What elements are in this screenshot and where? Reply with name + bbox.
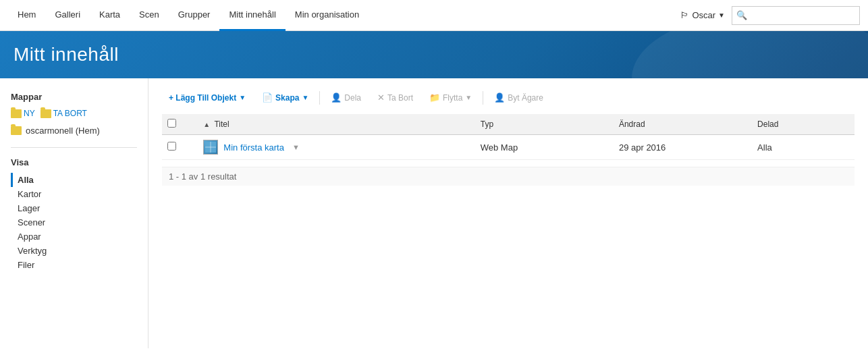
view-item-filer[interactable]: Filer (11, 258, 137, 272)
view-item-scener[interactable]: Scener (11, 215, 137, 230)
header-changed-col[interactable]: Ändrad (612, 114, 751, 135)
result-count: 1 - 1 av 1 resultat (162, 167, 855, 186)
owner-label: Byt Ägare (508, 93, 543, 103)
create-label: Skapa (275, 93, 299, 103)
header-title-col[interactable]: ▲ Titel (196, 114, 473, 135)
move-icon: 📁 (429, 92, 440, 103)
row-shared-cell: Alla (751, 135, 855, 160)
main-layout: Mappar NY TA BORT oscarmonell (Hem) Visa… (0, 78, 868, 348)
create-dropdown-icon: ▼ (302, 94, 308, 101)
row-checkbox[interactable] (167, 142, 176, 151)
nav-item-mitt-innehall[interactable]: Mitt innehåll (219, 0, 285, 31)
nav-links: Hem Galleri Karta Scen Grupper Mitt inne… (8, 0, 680, 31)
sidebar-divider (11, 147, 137, 148)
home-folder-item[interactable]: oscarmonell (Hem) (11, 124, 137, 138)
move-label: Flytta (443, 93, 462, 103)
owner-icon: 👤 (494, 92, 505, 103)
view-item-kartor[interactable]: Kartor (11, 187, 137, 201)
content-table: ▲ Titel Typ Ändrad Delad (162, 114, 855, 160)
item-title-link[interactable]: Min första karta (223, 142, 284, 153)
header-type-col[interactable]: Typ (474, 114, 612, 135)
move-button[interactable]: 📁 Flytta ▼ (423, 89, 479, 106)
delete-folder-button[interactable]: TA BORT (40, 109, 87, 118)
new-folder-icon (11, 109, 22, 118)
user-icon: 🏳 (680, 10, 689, 20)
content-area: + Lägg Till Objekt ▼ 📄 Skapa ▼ 👤 Dela ✕ … (148, 78, 868, 348)
row-title-cell: Min första karta ▼ (196, 135, 473, 160)
nav-item-karta[interactable]: Karta (90, 0, 130, 31)
create-icon: 📄 (262, 92, 273, 103)
page-title: Mitt innehåll (13, 44, 119, 65)
select-all-checkbox[interactable] (167, 119, 176, 128)
view-item-appar[interactable]: Appar (11, 230, 137, 244)
search-icon: 🔍 (736, 10, 747, 20)
top-nav: Hem Galleri Karta Scen Grupper Mitt inne… (0, 0, 868, 31)
delete-folder-label: TA BORT (53, 109, 87, 118)
search-input[interactable] (750, 10, 855, 20)
item-dropdown-icon[interactable]: ▼ (292, 143, 300, 151)
row-type-cell: Web Map (474, 135, 612, 160)
nav-right: 🏳 Oscar ▼ 🔍 (680, 6, 860, 25)
user-name: Oscar (692, 10, 715, 20)
add-object-label: + Lägg Till Objekt (169, 93, 236, 103)
table-header-row: ▲ Titel Typ Ändrad Delad (162, 114, 855, 135)
view-item-verktyg[interactable]: Verktyg (11, 244, 137, 258)
delete-icon: ✕ (377, 92, 385, 103)
folder-actions: NY TA BORT (11, 109, 137, 118)
add-object-button[interactable]: + Lägg Till Objekt ▼ (162, 90, 252, 106)
nav-item-min-organisation[interactable]: Min organisation (286, 0, 369, 31)
share-icon: 👤 (331, 92, 342, 103)
header-checkbox-col (162, 114, 196, 135)
delete-folder-icon (40, 109, 51, 118)
share-button[interactable]: 👤 Dela (324, 89, 368, 106)
delete-button[interactable]: ✕ Ta Bort (371, 89, 420, 106)
row-checkbox-cell (162, 135, 196, 160)
user-dropdown-icon: ▼ (718, 11, 725, 19)
create-button[interactable]: 📄 Skapa ▼ (255, 89, 315, 106)
share-label: Dela (344, 93, 361, 103)
view-item-alla[interactable]: Alla (11, 173, 137, 187)
move-dropdown-icon: ▼ (465, 94, 472, 101)
nav-item-galleri[interactable]: Galleri (45, 0, 90, 31)
table-row: Min första karta ▼ Web Map 29 apr 2016 A… (162, 135, 855, 160)
sidebar: Mappar NY TA BORT oscarmonell (Hem) Visa… (0, 78, 148, 348)
home-folder-icon (11, 126, 22, 135)
header-shared-col[interactable]: Delad (751, 114, 855, 135)
hero-banner: Mitt innehåll (0, 31, 868, 78)
owner-button[interactable]: 👤 Byt Ägare (487, 89, 550, 106)
view-item-lager[interactable]: Lager (11, 201, 137, 215)
nav-item-scen[interactable]: Scen (130, 0, 169, 31)
new-folder-button[interactable]: NY (11, 109, 35, 118)
add-dropdown-icon: ▼ (239, 94, 246, 101)
sort-arrow-icon: ▲ (203, 121, 210, 128)
row-changed-cell: 29 apr 2016 (612, 135, 751, 160)
toolbar: + Lägg Till Objekt ▼ 📄 Skapa ▼ 👤 Dela ✕ … (162, 89, 855, 106)
nav-item-grupper[interactable]: Grupper (169, 0, 220, 31)
delete-label: Ta Bort (387, 93, 413, 103)
home-folder-label: oscarmonell (Hem) (26, 126, 100, 136)
view-section-title: Visa (11, 157, 137, 167)
toolbar-separator-2 (483, 91, 483, 105)
folders-section-title: Mappar (11, 92, 137, 102)
user-menu-button[interactable]: 🏳 Oscar ▼ (680, 10, 725, 20)
search-box: 🔍 (732, 6, 860, 25)
map-thumbnail (203, 140, 218, 155)
map-thumb-icon (205, 142, 216, 153)
new-folder-label: NY (24, 109, 35, 118)
toolbar-separator-1 (319, 91, 320, 105)
nav-item-hem[interactable]: Hem (8, 0, 45, 31)
